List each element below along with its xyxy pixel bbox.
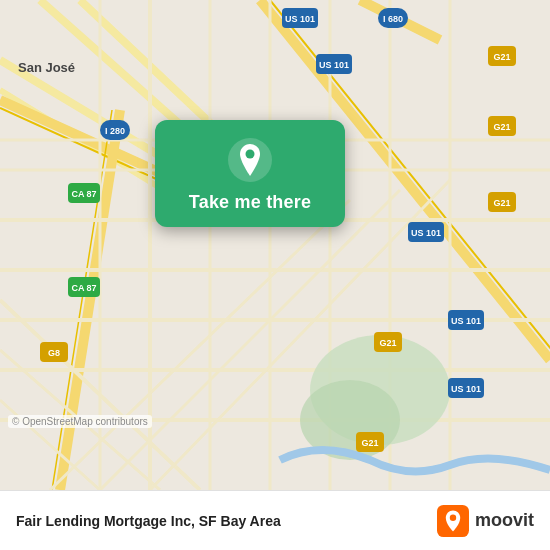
svg-text:G8: G8 [48, 348, 60, 358]
svg-point-66 [246, 150, 255, 159]
take-me-there-label: Take me there [189, 192, 311, 213]
svg-text:US 101: US 101 [319, 60, 349, 70]
take-me-there-popup[interactable]: Take me there [155, 120, 345, 227]
svg-text:I 680: I 680 [383, 14, 403, 24]
svg-text:US 101: US 101 [451, 316, 481, 326]
svg-text:G21: G21 [379, 338, 396, 348]
svg-text:G21: G21 [361, 438, 378, 448]
bottom-bar: Fair Lending Mortgage Inc, SF Bay Area m… [0, 490, 550, 550]
location-info: Fair Lending Mortgage Inc, SF Bay Area [16, 513, 281, 529]
svg-text:G21: G21 [493, 122, 510, 132]
svg-text:US 101: US 101 [411, 228, 441, 238]
svg-text:I 280: I 280 [105, 126, 125, 136]
svg-point-68 [450, 514, 456, 520]
map-container: San José US 101 I 680 US 101 I 280 CA 87… [0, 0, 550, 490]
moovit-icon [437, 505, 469, 537]
svg-text:G21: G21 [493, 52, 510, 62]
moovit-text: moovit [475, 510, 534, 531]
svg-text:San José: San José [18, 60, 75, 75]
location-name: Fair Lending Mortgage Inc, SF Bay Area [16, 513, 281, 529]
svg-text:G21: G21 [493, 198, 510, 208]
svg-text:US 101: US 101 [285, 14, 315, 24]
svg-text:CA 87: CA 87 [71, 283, 96, 293]
svg-text:CA 87: CA 87 [71, 189, 96, 199]
location-pin-icon [228, 138, 272, 182]
svg-text:US 101: US 101 [451, 384, 481, 394]
osm-attribution: © OpenStreetMap contributors [8, 415, 152, 428]
moovit-logo: moovit [437, 505, 534, 537]
